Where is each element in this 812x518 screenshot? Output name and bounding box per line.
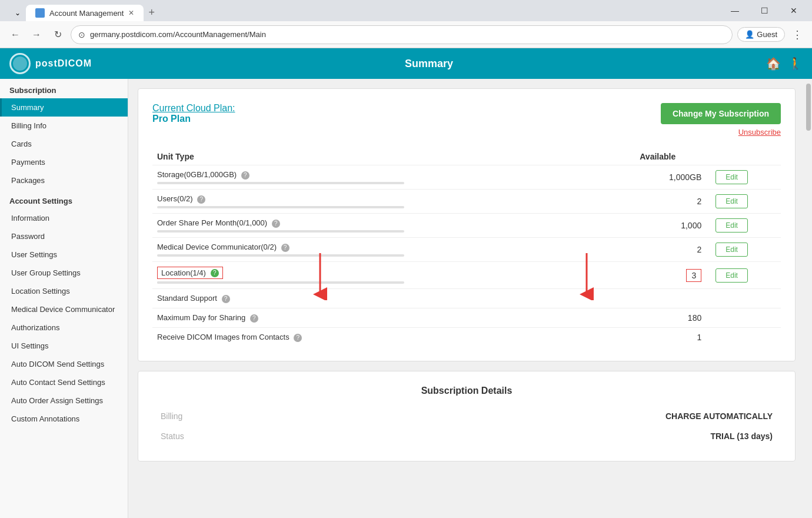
sidebar-item-ui-settings[interactable]: UI Settings xyxy=(0,337,128,355)
scrollbar-thumb[interactable] xyxy=(806,84,811,131)
sidebar: Subscription Summary Billing Info Cards … xyxy=(0,79,128,518)
unit-name-location: Location(1/4) ? xyxy=(152,262,584,289)
sidebar-item-auto-contact[interactable]: Auto Contact Send Settings xyxy=(0,373,128,391)
browser-menu-btn[interactable]: ⋮ xyxy=(790,26,805,44)
close-btn[interactable]: ✕ xyxy=(780,1,807,20)
sidebar-item-location-settings[interactable]: Location Settings xyxy=(0,282,128,300)
progress-bar-users xyxy=(157,206,404,208)
subscription-details-card: Subscription Details Billing CHARGE AUTO… xyxy=(138,371,796,461)
sidebar-item-payments[interactable]: Payments xyxy=(0,153,128,171)
sidebar-item-packages[interactable]: Packages xyxy=(0,171,128,190)
plan-header: Current Cloud Plan: Pro Plan Change My S… xyxy=(152,103,781,137)
sidebar-item-user-settings[interactable]: User Settings xyxy=(0,245,128,264)
unit-name-receive-dicom: Receive DICOM Images from Contacts ? xyxy=(152,328,584,347)
info-icon-order-share[interactable]: ? xyxy=(272,220,280,228)
sidebar-item-custom-annotations[interactable]: Custom Annotations xyxy=(0,410,128,428)
logo-inner xyxy=(13,57,27,71)
unit-value-users: 2 xyxy=(584,190,711,214)
edit-btn-users[interactable]: Edit xyxy=(716,194,748,208)
info-icon-receive-dicom[interactable]: ? xyxy=(294,334,302,342)
location-value-highlight: 3 xyxy=(686,269,701,282)
address-bar[interactable]: ⊙ germany.postdicom.com/AccountManagemen… xyxy=(71,25,733,44)
progress-bar-order-share xyxy=(157,230,404,233)
plan-name: Pro Plan xyxy=(152,114,235,124)
sidebar-item-authorizations[interactable]: Authorizations xyxy=(0,318,128,337)
new-tab-btn[interactable]: + xyxy=(144,4,159,21)
unsubscribe-link[interactable]: Unsubscribe xyxy=(661,128,781,137)
unit-value-location: 3 xyxy=(584,262,711,289)
tab-close-btn[interactable]: ✕ xyxy=(128,9,134,17)
edit-btn-order-share[interactable]: Edit xyxy=(716,218,748,233)
forward-btn[interactable]: → xyxy=(28,26,45,43)
status-label: Status xyxy=(154,427,301,446)
minimize-btn[interactable]: — xyxy=(721,1,748,20)
info-icon-storage[interactable]: ? xyxy=(241,171,249,180)
sidebar-item-medical-device[interactable]: Medical Device Communicator xyxy=(0,300,128,318)
header-icons: 🏠 🚶 xyxy=(766,57,803,71)
app-container: postDICOM Summary 🏠 🚶 Subscription Summa… xyxy=(0,48,812,518)
guest-btn[interactable]: 👤 Guest xyxy=(737,27,785,42)
scrollbar-track[interactable] xyxy=(805,79,812,518)
info-icon-medical-device[interactable]: ? xyxy=(281,244,289,252)
unit-table: Unit Type Available Storage(0GB/1,000GB)… xyxy=(152,148,781,347)
title-bar: ⌄ Account Management ✕ + — ☐ ✕ xyxy=(0,0,812,21)
info-icon-max-day[interactable]: ? xyxy=(250,314,258,323)
window-controls: — ☐ ✕ xyxy=(721,1,807,20)
edit-btn-storage[interactable]: Edit xyxy=(716,170,748,184)
unit-value-max-day: 180 xyxy=(584,308,711,328)
sidebar-item-user-group-settings[interactable]: User Group Settings xyxy=(0,264,128,282)
unit-value-storage: 1,000GB xyxy=(584,165,711,190)
logout-icon[interactable]: 🚶 xyxy=(788,57,803,71)
maximize-btn[interactable]: ☐ xyxy=(751,1,778,20)
current-plan-label[interactable]: Current Cloud Plan: xyxy=(152,103,235,114)
back-btn[interactable]: ← xyxy=(7,26,24,43)
unit-name-max-day: Maximum Day for Sharing ? xyxy=(152,308,584,328)
table-row: Storage(0GB/1,000GB) ? 1,000GB Edit xyxy=(152,165,781,190)
table-row: Order Share Per Month(0/1,000) ? 1,000 E… xyxy=(152,214,781,238)
table-row: Receive DICOM Images from Contacts ? 1 xyxy=(152,328,781,347)
unit-name-storage: Storage(0GB/1,000GB) ? xyxy=(152,165,584,190)
unit-name-medical-device: Medical Device Communicator(0/2) ? xyxy=(152,238,584,262)
browser-toolbar: ← → ↻ ⊙ germany.postdicom.com/AccountMan… xyxy=(0,21,812,48)
address-text: germany.postdicom.com/AccountManagement/… xyxy=(90,30,266,39)
sidebar-item-password[interactable]: Password xyxy=(0,227,128,245)
billing-row: Billing CHARGE AUTOMATICALLY xyxy=(154,407,780,426)
change-subscription-btn[interactable]: Change My Subscription xyxy=(661,103,781,124)
sidebar-item-auto-dicom[interactable]: Auto DICOM Send Settings xyxy=(0,355,128,373)
edit-btn-medical-device[interactable]: Edit xyxy=(716,243,748,257)
red-arrow-2 xyxy=(575,253,598,300)
info-icon-support[interactable]: ? xyxy=(222,295,230,303)
location-highlight-box: Location(1/4) ? xyxy=(157,267,223,279)
home-icon[interactable]: 🏠 xyxy=(766,57,781,71)
unit-value-support xyxy=(584,289,711,308)
unit-value-order-share: 1,000 xyxy=(584,214,711,238)
sidebar-item-summary[interactable]: Summary xyxy=(0,98,128,117)
table-row: Location(1/4) ? 3 Edit xyxy=(152,262,781,289)
info-icon-location[interactable]: ? xyxy=(211,269,219,277)
table-row: Users(0/2) ? 2 Edit xyxy=(152,190,781,214)
info-icon-users[interactable]: ? xyxy=(197,195,205,204)
guest-icon: 👤 xyxy=(745,30,754,39)
tab-favicon xyxy=(35,8,45,18)
sidebar-item-cards[interactable]: Cards xyxy=(0,135,128,153)
sidebar-item-auto-order[interactable]: Auto Order Assign Settings xyxy=(0,391,128,410)
unit-name-users: Users(0/2) ? xyxy=(152,190,584,214)
app-header: postDICOM Summary 🏠 🚶 xyxy=(0,48,812,79)
sidebar-section-subscription: Subscription xyxy=(0,79,128,98)
plan-info: Current Cloud Plan: Pro Plan xyxy=(152,103,235,124)
red-arrow-1 xyxy=(308,253,332,300)
tab-title: Account Management xyxy=(49,9,124,18)
unit-table-container: Unit Type Available Storage(0GB/1,000GB)… xyxy=(152,148,781,347)
progress-bar-location xyxy=(157,281,404,284)
sidebar-item-billing-info[interactable]: Billing Info xyxy=(0,117,128,135)
tab-list-btn[interactable]: ⌄ xyxy=(9,5,26,21)
reload-btn[interactable]: ↻ xyxy=(49,26,66,43)
edit-btn-location[interactable]: Edit xyxy=(716,268,748,283)
unit-value-medical-device: 2 xyxy=(584,238,711,262)
table-row: Maximum Day for Sharing ? 180 xyxy=(152,308,781,328)
unit-value-receive-dicom: 1 xyxy=(584,328,711,347)
subscription-details-title: Subscription Details xyxy=(152,386,781,396)
sidebar-item-information[interactable]: Information xyxy=(0,209,128,227)
logo-text: postDICOM xyxy=(35,58,92,69)
active-tab[interactable]: Account Management ✕ xyxy=(26,5,144,21)
